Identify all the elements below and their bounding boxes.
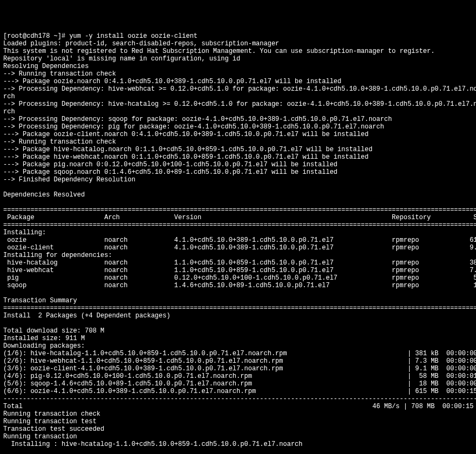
terminal-line: (1/6): hive-hcatalog-1.1.0+cdh5.10.0+859…	[3, 350, 473, 357]
terminal-line: --> Processing Dependency: sqoop for pac…	[3, 116, 473, 123]
terminal-line: --> Processing Dependency: hive-hcatalog…	[3, 100, 473, 108]
terminal-line: ========================================…	[3, 304, 473, 312]
terminal-line: ---> Package hive-hcatalog.noarch 0:1.1.…	[3, 146, 473, 153]
terminal-line: Downloading packages:	[3, 342, 473, 350]
terminal-line: Loaded plugins: product-id, search-disab…	[3, 40, 473, 48]
terminal-line: Total download size: 708 M	[3, 327, 473, 335]
terminal-line: (4/6): pig-0.12.0+cdh5.10.0+100-1.cdh5.1…	[3, 372, 473, 380]
terminal-line: Package Arch Version Repository Size	[3, 214, 473, 221]
terminal-line: rch	[3, 108, 473, 116]
terminal-line: Transaction test succeeded	[3, 425, 473, 433]
terminal-output: [root@cdh178 ~]# yum -y install oozie oo…	[3, 32, 473, 448]
terminal-line: Installing : hive-hcatalog-1.1.0+cdh5.10…	[3, 441, 473, 448]
terminal-line: ---> Package sqoop.noarch 0:1.4.6+cdh5.1…	[3, 168, 473, 176]
terminal-line: Installed size: 911 M	[3, 335, 473, 342]
terminal-line: Installing:	[3, 229, 473, 236]
terminal-line: --> Running transaction check	[3, 70, 473, 78]
terminal-line: ---> Package oozie.noarch 0:4.1.0+cdh5.1…	[3, 78, 473, 85]
terminal-line: --> Processing Dependency: hive-webhcat …	[3, 85, 473, 93]
terminal-line: --> Processing Dependency: pig for packa…	[3, 123, 473, 131]
terminal-line: (6/6): oozie-4.1.0+cdh5.10.0+389-1.cdh5.…	[3, 388, 473, 395]
terminal-line: Total 46 MB/s | 708 MB 00:00:15	[3, 403, 473, 410]
terminal-line: Running transaction test	[3, 418, 473, 425]
terminal-line	[3, 320, 473, 327]
terminal-line: ========================================…	[3, 221, 473, 229]
terminal-line: Repository 'local' is missing name in co…	[3, 55, 473, 63]
terminal-line: (2/6): hive-webhcat-1.1.0+cdh5.10.0+859-…	[3, 357, 473, 365]
terminal-line: ---> Package hive-webhcat.noarch 0:1.1.0…	[3, 153, 473, 161]
terminal-line	[3, 199, 473, 206]
terminal-line: pig noarch 0.12.0+cdh5.10.0+100-1.cdh5.1…	[3, 274, 473, 282]
terminal-line: sqoop noarch 1.4.6+cdh5.10.0+89-1.cdh5.1…	[3, 282, 473, 289]
terminal-line: (5/6): sqoop-1.4.6+cdh5.10.0+89-1.cdh5.1…	[3, 380, 473, 388]
terminal-line: --> Finished Dependency Resolution	[3, 176, 473, 184]
terminal-line: Transaction Summary	[3, 297, 473, 304]
terminal-line	[3, 289, 473, 297]
terminal-line: ========================================…	[3, 206, 473, 214]
terminal-line: ---> Package pig.noarch 0:0.12.0+cdh5.10…	[3, 161, 473, 168]
terminal-line: (3/6): oozie-client-4.1.0+cdh5.10.0+389-…	[3, 365, 473, 372]
terminal-line: [root@cdh178 ~]# yum -y install oozie oo…	[3, 32, 473, 40]
terminal-line: --> Running transaction check	[3, 138, 473, 146]
terminal-line	[3, 184, 473, 191]
terminal-line: Dependencies Resolved	[3, 191, 473, 199]
terminal-line: Installing for dependencies:	[3, 252, 473, 259]
terminal-line: oozie noarch 4.1.0+cdh5.10.0+389-1.cdh5.…	[3, 236, 473, 244]
terminal-line: hive-hcatalog noarch 1.1.0+cdh5.10.0+859…	[3, 259, 473, 267]
terminal-line: ----------------------------------------…	[3, 395, 473, 403]
terminal-line: rch	[3, 93, 473, 100]
terminal-line: Running transaction	[3, 433, 473, 441]
terminal-line: Resolving Dependencies	[3, 63, 473, 70]
terminal-line: hive-webhcat noarch 1.1.0+cdh5.10.0+859-…	[3, 267, 473, 274]
terminal-line: oozie-client noarch 4.1.0+cdh5.10.0+389-…	[3, 244, 473, 252]
terminal-line: Install 2 Packages (+4 Dependent package…	[3, 312, 473, 320]
terminal-line: Running transaction check	[3, 410, 473, 418]
terminal-line: ---> Package oozie-client.noarch 0:4.1.0…	[3, 131, 473, 138]
terminal-line: This system is not registered to Red Hat…	[3, 48, 473, 55]
